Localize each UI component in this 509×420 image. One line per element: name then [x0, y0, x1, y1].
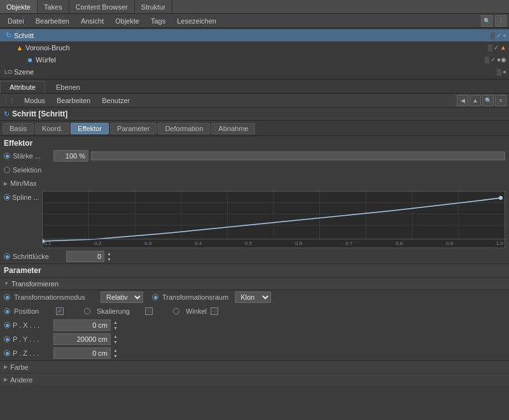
starke-bar[interactable] [91, 151, 505, 160]
spline-radio[interactable] [4, 194, 10, 200]
obj-row-szene[interactable]: LO Szene ▓ ● [0, 66, 509, 78]
sub-tab-parameter[interactable]: Parameter [110, 123, 157, 134]
tab-struktur[interactable]: Struktur [135, 0, 173, 13]
px-up-arrow[interactable]: ▲ [113, 319, 118, 325]
parameter-section-header: Parameter [0, 263, 509, 277]
obj-row-schritt[interactable]: ↻ Schritt ▓ ✓ ● [0, 29, 509, 41]
obj-title-text: Schritt [Schritt] [12, 109, 67, 118]
obj-name-szene: Szene [14, 68, 496, 76]
transf-modus-radio[interactable] [4, 294, 10, 300]
tag-icons-wurfel: ●◉ [497, 56, 506, 63]
skalierung-check[interactable] [145, 307, 153, 315]
pz-radio[interactable] [4, 350, 10, 356]
pz-input[interactable] [53, 347, 111, 359]
tag-check-wurfel: ✓ [491, 56, 496, 63]
attr-tab-attribute[interactable]: Attribute [0, 81, 45, 93]
transf-raum-radio[interactable] [152, 294, 158, 300]
py-input[interactable] [53, 333, 111, 345]
transform-header[interactable]: ▼ Transformieren [0, 277, 509, 290]
andere-arrow-icon: ▶ [4, 377, 8, 382]
tag-bar-wurfel: ▓ [485, 56, 489, 63]
py-radio[interactable] [4, 336, 10, 342]
position-radio[interactable] [4, 308, 10, 314]
menu-ansicht[interactable]: Ansicht [76, 16, 109, 26]
effektor-section-label: Effektor [0, 136, 509, 149]
schrittluecke-radio[interactable] [4, 253, 10, 260]
py-down-arrow[interactable]: ▼ [113, 339, 118, 345]
tab-objekte[interactable]: Objekte [0, 0, 38, 13]
position-check[interactable]: ✓ [56, 307, 64, 315]
tag-bar-szene: ▓ [497, 68, 501, 75]
toolbar-bearbeiten[interactable]: Bearbeiten [52, 95, 95, 106]
sub-tab-deformation[interactable]: Deformation [158, 123, 210, 134]
py-up-arrow[interactable]: ▲ [113, 333, 118, 339]
winkel-label: Winkel [186, 307, 207, 315]
object-list: ↻ Schritt ▓ ✓ ● ▲ Voronoi-Bruch ▓ ✓ ▲ ■ … [0, 28, 509, 80]
parameter-section-label: Parameter [4, 266, 41, 275]
sub-tab-koord[interactable]: Koord. [35, 123, 69, 134]
sub-tab-basis[interactable]: Basis [3, 123, 34, 134]
menu-lesezeichen[interactable]: Lesezeichen [172, 16, 221, 26]
cube-icon: ■ [25, 55, 34, 64]
winkel-check[interactable] [211, 307, 218, 315]
obj-name-voronoi: Voronoi-Bruch [25, 44, 487, 52]
content-area: Effektor Stärke ... Selektion ▶ Min/Max … [0, 136, 509, 386]
py-label: P . Y . . . [13, 335, 51, 343]
obj-name-wurfel: Würfel [36, 56, 484, 64]
skalierung-radio[interactable] [84, 308, 90, 314]
transf-modus-label: Transformationsmodus [14, 293, 97, 301]
selektion-label: Selektion [13, 166, 64, 174]
attr-toolbar: ⋮⋮ Modus Bearbeiten Benutzer ◀ ▲ 🔍 ≡ [0, 94, 509, 108]
transf-modus-select[interactable]: Relativ Absolut [101, 291, 143, 303]
pz-down-arrow[interactable]: ▼ [113, 353, 118, 359]
px-radio[interactable] [4, 322, 10, 328]
transf-raum-select[interactable]: Klon Welt Lokal [235, 291, 271, 303]
winkel-radio[interactable] [173, 308, 179, 314]
tab-content-browser[interactable]: Content Browser [69, 0, 135, 13]
schrittluecke-input[interactable] [66, 251, 104, 262]
obj-title-bar: ↻ Schritt [Schritt] [0, 108, 509, 121]
obj-tags-szene: ▓ ● [497, 68, 506, 75]
px-input[interactable] [53, 319, 111, 331]
toolbar-benutzer[interactable]: Benutzer [97, 95, 135, 106]
toolbar-up-icon[interactable]: ▲ [470, 95, 481, 106]
toolbar-left-icon[interactable]: ◀ [457, 95, 468, 106]
fracture-icon: ▲ [15, 43, 24, 52]
toolbar-options-icon[interactable]: ≡ [495, 95, 506, 106]
px-row: P . X . . . ▲ ▼ [0, 318, 509, 332]
menu-datei[interactable]: Datei [3, 16, 29, 26]
attr-tab-ebenen[interactable]: Ebenen [46, 81, 90, 93]
starke-radio[interactable] [4, 153, 10, 159]
spline-label: Spline ... [12, 193, 39, 201]
search-icon[interactable]: 🔍 [481, 15, 492, 27]
obj-row-voronoi[interactable]: ▲ Voronoi-Bruch ▓ ✓ ▲ [0, 41, 509, 53]
tag-dot-szene: ● [503, 68, 506, 75]
starke-row: Stärke ... [0, 149, 509, 163]
sub-tab-effektor[interactable]: Effektor [71, 123, 109, 134]
pz-up-arrow[interactable]: ▲ [113, 347, 118, 353]
minmax-row[interactable]: ▶ Min/Max [0, 177, 509, 190]
effector-icon: ↻ [4, 31, 13, 40]
sub-tab-abnahme[interactable]: Abnahme [211, 123, 255, 134]
schrittluecke-label: Schrittlücke [13, 253, 64, 260]
starke-input[interactable] [53, 150, 88, 162]
menu-options-icon[interactable]: ⋮ [495, 15, 506, 27]
obj-tags-schritt: ▓ ✓ ● [491, 32, 506, 39]
toolbar-search-icon[interactable]: 🔍 [482, 95, 494, 106]
menu-objekte[interactable]: Objekte [110, 16, 144, 26]
menu-bearbeiten[interactable]: Bearbeiten [31, 16, 74, 26]
menu-tags[interactable]: Tags [146, 16, 171, 26]
spline-graph[interactable]: 0.1 0.2 0.3 0.4 0.5 0.6 0.7 0.8 0.9 1.0 [42, 191, 505, 248]
farbe-section-header[interactable]: ▶ Farbe [0, 360, 509, 373]
tab-takes[interactable]: Takes [38, 0, 69, 13]
schrittluecke-down-arrow[interactable]: ▼ [107, 256, 111, 262]
obj-row-wurfel[interactable]: ■ Würfel ▓ ✓ ●◉ [0, 53, 509, 66]
tag-check-schritt: ✓ [496, 32, 501, 39]
andere-section-header[interactable]: ▶ Andere [0, 373, 509, 386]
posit-skal-winkel-row: Position ✓ Skalierung Winkel [0, 304, 509, 318]
px-down-arrow[interactable]: ▼ [113, 325, 118, 331]
transform-arrow-icon: ▼ [4, 281, 9, 286]
toolbar-modus[interactable]: Modus [19, 95, 50, 106]
selektion-radio[interactable] [4, 167, 10, 173]
schrittluecke-up-arrow[interactable]: ▲ [107, 251, 111, 256]
